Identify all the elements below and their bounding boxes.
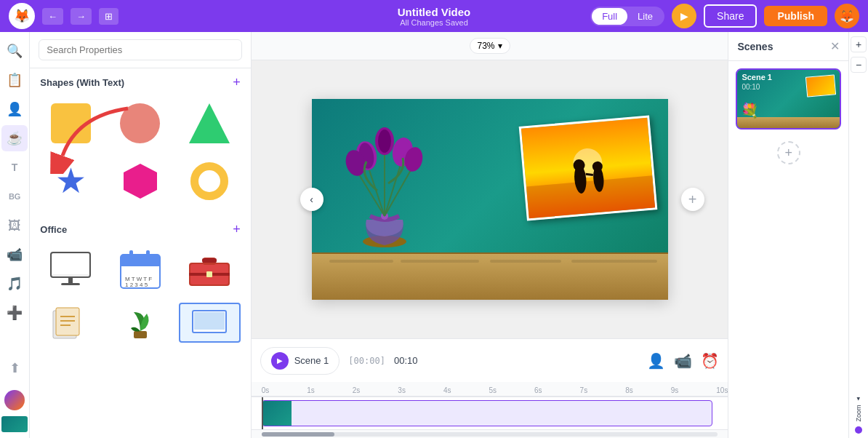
app-logo[interactable]: 🦊 xyxy=(9,3,35,29)
publish-button[interactable]: Publish xyxy=(764,6,827,26)
logo-icon: 🦊 xyxy=(14,8,30,24)
calendar-icon: M T W T F 1 2 3 4 5 xyxy=(119,249,161,291)
office-add-button[interactable]: + xyxy=(233,223,241,236)
sidebar-item-search[interactable]: 🔍 xyxy=(1,38,28,64)
office-briefcase[interactable] xyxy=(179,244,241,295)
timeline: ▶ Scene 1 [00:00] 00:10 👤 📹 ⏰ xyxy=(252,338,728,382)
character-timeline-icon[interactable]: 👤 xyxy=(647,352,665,370)
add-scene-button[interactable]: + xyxy=(777,141,800,164)
user-avatar-top[interactable]: 🦊 xyxy=(835,4,859,28)
shapes-add-button[interactable]: + xyxy=(233,76,241,89)
undo-button[interactable]: ← xyxy=(42,8,63,25)
timeline-play-button[interactable]: ▶ xyxy=(271,352,289,370)
sidebar-item-shapes[interactable]: ☕ xyxy=(1,125,28,151)
svg-marker-1 xyxy=(124,164,157,199)
ruler-mark-8s: 8s xyxy=(625,383,671,396)
scene-pill[interactable]: ▶ Scene 1 xyxy=(260,347,340,375)
zoom-control[interactable]: 73% ▾ xyxy=(470,38,510,54)
layout-button[interactable]: ⊞ xyxy=(99,8,118,25)
sidebar-item-audio[interactable]: 🎵 xyxy=(1,271,28,297)
scenes-panel-title: Scenes xyxy=(737,41,773,52)
canvas[interactable] xyxy=(312,99,668,300)
office-monitor[interactable] xyxy=(40,244,102,295)
topbar-left: 🦊 ← → ⊞ xyxy=(9,3,118,29)
scroll-track xyxy=(262,432,718,437)
shape-square[interactable] xyxy=(40,97,102,148)
play-button-top[interactable]: ▶ xyxy=(672,4,696,28)
scene-thumb-bg: 💐 Scene 1 00:10 xyxy=(737,70,840,128)
shape-ring[interactable] xyxy=(179,156,241,207)
canvas-floor xyxy=(312,252,668,300)
ruler-mark-0s: 0s xyxy=(262,383,308,396)
media-timeline-icon[interactable]: 📹 xyxy=(674,352,692,370)
ruler-mark-7s: 7s xyxy=(580,383,626,396)
shape-circle[interactable] xyxy=(109,97,171,148)
time-start-display: [00:00] xyxy=(348,356,385,366)
sidebar-item-media[interactable]: 🖼 xyxy=(1,212,28,239)
shape-hexagon[interactable] xyxy=(109,156,171,207)
mode-full-button[interactable]: Full xyxy=(592,8,627,25)
svg-point-37 xyxy=(378,130,391,153)
scroll-row xyxy=(252,429,728,438)
sidebar-item-upload[interactable]: ⬆ xyxy=(1,355,28,381)
app-subtitle: All Changes Saved xyxy=(398,18,471,27)
sidebar-item-templates[interactable]: 📋 xyxy=(1,67,28,93)
office-screen-small[interactable] xyxy=(179,303,241,343)
alarm-timeline-icon[interactable]: ⏰ xyxy=(701,352,719,370)
shape-star[interactable]: ★ xyxy=(40,156,102,207)
svg-rect-9 xyxy=(129,250,133,259)
scene-thumb-label: Scene 1 xyxy=(742,73,772,81)
redo-button[interactable]: → xyxy=(71,8,92,25)
floor-plank-2 xyxy=(401,260,479,263)
sidebar-item-video[interactable]: 📹 xyxy=(1,242,28,268)
sunset-photo[interactable] xyxy=(518,115,657,220)
scenes-close-button[interactable]: ✕ xyxy=(830,39,840,53)
user-avatar-sidebar[interactable] xyxy=(4,390,25,410)
triangle-shape xyxy=(189,103,230,143)
flowers-element[interactable] xyxy=(316,103,454,256)
sidebar-item-background[interactable]: BG xyxy=(1,183,28,210)
sidebar-item-text[interactable]: T xyxy=(1,154,28,180)
ruler-marks: 0s 1s 2s 3s 4s 5s 6s xyxy=(252,383,728,396)
share-button[interactable]: Share xyxy=(704,4,757,28)
track-block[interactable] xyxy=(262,400,712,426)
briefcase-icon xyxy=(188,251,231,289)
office-section-header: Office + xyxy=(30,215,250,240)
app-title: Untitled Video xyxy=(398,6,471,18)
floor-plank-4 xyxy=(571,260,657,263)
scene-preview-thumb[interactable] xyxy=(1,416,28,432)
scene-1-thumbnail[interactable]: 💐 Scene 1 00:10 + ⧉ 🗑 xyxy=(736,68,841,130)
monitor-icon xyxy=(49,251,93,289)
svg-rect-16 xyxy=(202,258,217,263)
floor-plank-1 xyxy=(329,260,393,263)
sidebar-item-characters[interactable]: 👤 xyxy=(1,96,28,122)
scenes-panel: Scenes ✕ 💐 Scene 1 00:10 + ⧉ 🗑 xyxy=(728,32,848,438)
svg-rect-5 xyxy=(61,283,80,285)
zoom-label: Zoom ▴ xyxy=(855,396,862,422)
sidebar-item-add[interactable]: ➕ xyxy=(1,300,28,326)
office-plant[interactable] xyxy=(109,303,171,343)
canvas-wrapper: ‹ xyxy=(252,60,728,338)
search-input[interactable] xyxy=(39,39,241,60)
office-files[interactable] xyxy=(40,303,102,343)
shape-triangle[interactable] xyxy=(179,97,241,148)
canvas-add-scene-button[interactable]: + xyxy=(681,188,704,211)
scroll-thumb[interactable] xyxy=(262,432,334,437)
user-avatar-icon xyxy=(4,390,25,410)
plant-icon xyxy=(119,305,161,341)
svg-rect-4 xyxy=(68,277,73,283)
office-calendar[interactable]: M T W T F 1 2 3 4 5 xyxy=(109,244,171,295)
zoom-out-button[interactable]: − xyxy=(851,57,867,73)
svg-rect-18 xyxy=(206,271,212,277)
svg-rect-26 xyxy=(194,312,225,330)
zoom-slider-dot[interactable] xyxy=(855,426,862,434)
ring-shape xyxy=(190,162,228,200)
canvas-prev-button[interactable]: ‹ xyxy=(300,188,324,211)
playhead[interactable] xyxy=(262,397,263,429)
flowers-svg xyxy=(316,103,454,256)
mode-lite-button[interactable]: Lite xyxy=(627,8,663,25)
redo-icon: → xyxy=(76,11,86,22)
scene-label: Scene 1 xyxy=(294,355,329,366)
zoom-in-button[interactable]: + xyxy=(851,36,867,52)
star-shape: ★ xyxy=(55,164,87,199)
